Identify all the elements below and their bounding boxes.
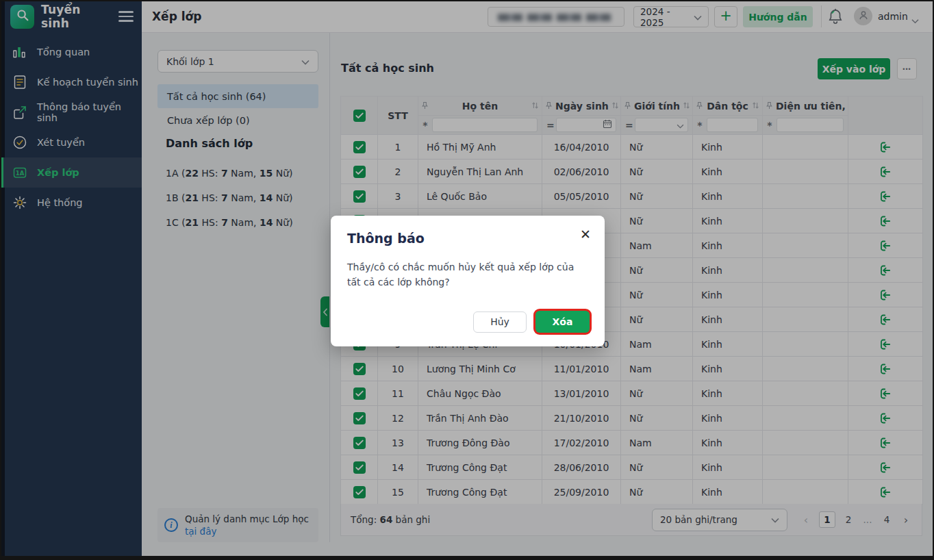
modal-title: Thông báo: [347, 231, 588, 246]
delete-button[interactable]: Xóa: [535, 311, 590, 333]
confirm-modal: Thông báo ✕ Thầy/cô có chắc muốn hủy kết…: [331, 216, 605, 346]
app-window: Tuyển sinh Tổng quanKế hoạch tuyển sinhT…: [0, 0, 934, 560]
modal-buttons: Hủy Xóa: [473, 311, 590, 333]
close-icon[interactable]: ✕: [580, 228, 591, 241]
modal-message: Thầy/cô có chắc muốn hủy kết quả xếp lớp…: [347, 260, 590, 290]
cancel-button[interactable]: Hủy: [473, 311, 527, 333]
